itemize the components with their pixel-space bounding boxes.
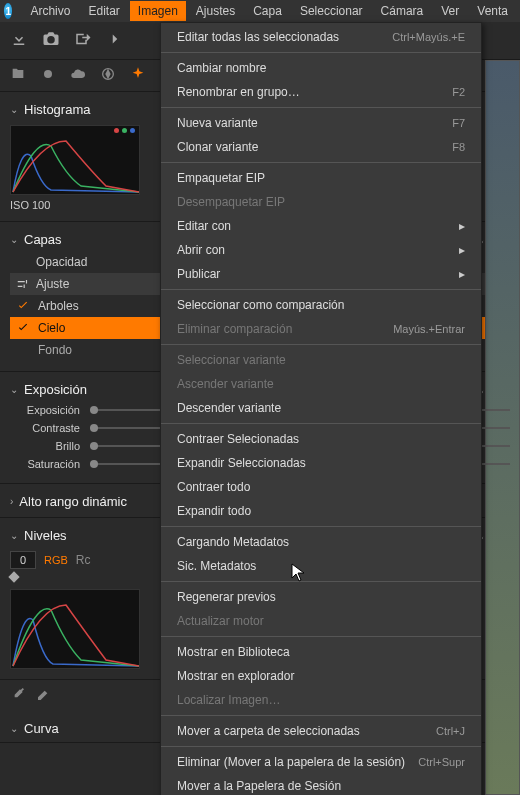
import-icon[interactable] — [10, 30, 28, 51]
eyedropper-icon[interactable] — [10, 686, 26, 705]
menu-item-label: Clonar variante — [177, 140, 258, 154]
menu-shortcut: Ctrl+J — [436, 725, 465, 737]
menu-item-label: Eliminar (Mover a la papelera de la sesi… — [177, 755, 405, 769]
submenu-arrow-icon: ▸ — [459, 219, 465, 233]
menu-item-label: Mostrar en Biblioteca — [177, 645, 290, 659]
menu-item-label: Mostrar en explorador — [177, 669, 294, 683]
menu-item[interactable]: Regenerar previos — [161, 585, 481, 609]
levels-value-input[interactable] — [10, 551, 36, 569]
menu-item[interactable]: Abrir con▸ — [161, 238, 481, 262]
menu-item: Eliminar comparaciónMayús.+Entrar — [161, 317, 481, 341]
menubar: 1 Archivo Editar Imagen Ajustes Capa Sel… — [0, 0, 520, 22]
menu-item-label: Cargando Metadatos — [177, 535, 289, 549]
adjust-tab-icon[interactable] — [130, 66, 146, 85]
app-logo: 1 — [4, 3, 12, 19]
menu-item[interactable]: Empaquetar EIP — [161, 166, 481, 190]
menu-archivo[interactable]: Archivo — [22, 1, 78, 21]
camera-icon[interactable] — [42, 30, 60, 51]
chevron-right-icon[interactable] — [106, 30, 124, 51]
menu-item-label: Editar todas las seleccionadas — [177, 30, 339, 44]
menu-item-label: Seleccionar variante — [177, 353, 286, 367]
menu-item[interactable]: Expandir Seleccionadas — [161, 451, 481, 475]
layer-name: Arboles — [38, 299, 79, 313]
submenu-arrow-icon: ▸ — [459, 243, 465, 257]
menu-editar[interactable]: Editar — [80, 1, 127, 21]
menu-item[interactable]: Nueva varianteF7 — [161, 111, 481, 135]
layer-adjust-label: Ajuste — [36, 277, 69, 291]
menu-imagen[interactable]: Imagen — [130, 1, 186, 21]
pencil-icon[interactable] — [36, 686, 52, 705]
menu-capa[interactable]: Capa — [245, 1, 290, 21]
menu-item[interactable]: Seleccionar como comparación — [161, 293, 481, 317]
menu-item-label: Abrir con — [177, 243, 225, 257]
menu-shortcut: F2 — [452, 86, 465, 98]
menu-item[interactable]: Descender variante — [161, 396, 481, 420]
menu-ventana[interactable]: Venta — [469, 1, 516, 21]
menu-item[interactable]: Mover a la Papelera de Sesión — [161, 774, 481, 795]
menu-item[interactable]: Expandir todo — [161, 499, 481, 523]
menu-item-label: Nueva variante — [177, 116, 258, 130]
menu-separator — [161, 107, 481, 108]
menu-item[interactable]: Cambiar nombre — [161, 56, 481, 80]
menu-item-label: Cambiar nombre — [177, 61, 266, 75]
menu-item-label: Contraer todo — [177, 480, 250, 494]
menu-item-label: Ascender variante — [177, 377, 274, 391]
menu-item[interactable]: Eliminar (Mover a la papelera de la sesi… — [161, 750, 481, 774]
menu-item[interactable]: Contraer Selecionadas — [161, 427, 481, 451]
menu-ver[interactable]: Ver — [433, 1, 467, 21]
menu-ajustes[interactable]: Ajustes — [188, 1, 243, 21]
menu-item[interactable]: Clonar varianteF8 — [161, 135, 481, 159]
aperture-tab-icon[interactable] — [100, 66, 116, 85]
library-tab-icon[interactable] — [10, 66, 26, 85]
menu-item-label: Descender variante — [177, 401, 281, 415]
menu-item-label: Mover a carpeta de seleccionadas — [177, 724, 360, 738]
menu-separator — [161, 289, 481, 290]
capture-tab-icon[interactable] — [40, 66, 56, 85]
menu-separator — [161, 52, 481, 53]
menu-separator — [161, 423, 481, 424]
menu-item-label: Expandir todo — [177, 504, 251, 518]
menu-item: Desempaquetar EIP — [161, 190, 481, 214]
menu-separator — [161, 526, 481, 527]
menu-item[interactable]: Renombrar en grupo…F2 — [161, 80, 481, 104]
menu-separator — [161, 162, 481, 163]
menu-item[interactable]: Sic. Metadatos — [161, 554, 481, 578]
levels-extra: Rc — [76, 553, 91, 567]
histogram-graph — [10, 125, 140, 195]
layer-opacity-label: Opacidad — [36, 255, 87, 269]
sliders-icon — [16, 277, 30, 291]
menu-item[interactable]: Editar con▸ — [161, 214, 481, 238]
menu-item[interactable]: Mostrar en explorador — [161, 664, 481, 688]
menu-item-label: Regenerar previos — [177, 590, 276, 604]
chevron-down-icon: ⌄ — [10, 530, 18, 541]
menu-item[interactable]: Contraer todo — [161, 475, 481, 499]
menu-item[interactable]: Mostrar en Biblioteca — [161, 640, 481, 664]
menu-item[interactable]: Mover a carpeta de seleccionadasCtrl+J — [161, 719, 481, 743]
export-icon[interactable] — [74, 30, 92, 51]
menu-item-label: Renombrar en grupo… — [177, 85, 300, 99]
menu-item-label: Seleccionar como comparación — [177, 298, 344, 312]
menu-item-label: Mover a la Papelera de Sesión — [177, 779, 341, 793]
menu-shortcut: Ctrl+Supr — [418, 756, 465, 768]
menu-camara[interactable]: Cámara — [373, 1, 432, 21]
chevron-down-icon: ⌄ — [10, 234, 18, 245]
menu-shortcut: F8 — [452, 141, 465, 153]
menu-item-label: Publicar — [177, 267, 220, 281]
menu-item[interactable]: Publicar▸ — [161, 262, 481, 286]
menu-item: Ascender variante — [161, 372, 481, 396]
menu-item-label: Actualizar motor — [177, 614, 264, 628]
menu-separator — [161, 344, 481, 345]
chevron-right-icon: › — [10, 496, 13, 507]
menu-item[interactable]: Cargando Metadatos — [161, 530, 481, 554]
menu-seleccionar[interactable]: Seleccionar — [292, 1, 371, 21]
cloud-tab-icon[interactable] — [70, 66, 86, 85]
levels-graph — [10, 589, 140, 669]
layer-name: Cielo — [38, 321, 65, 335]
chevron-down-icon: ⌄ — [10, 384, 18, 395]
menu-item[interactable]: Editar todas las seleccionadasCtrl+Mayús… — [161, 25, 481, 49]
menu-item-label: Contraer Selecionadas — [177, 432, 299, 446]
menu-shortcut: Mayús.+Entrar — [393, 323, 465, 335]
menu-item-label: Desempaquetar EIP — [177, 195, 285, 209]
svg-point-0 — [44, 70, 52, 78]
levels-channel[interactable]: RGB — [44, 554, 68, 566]
